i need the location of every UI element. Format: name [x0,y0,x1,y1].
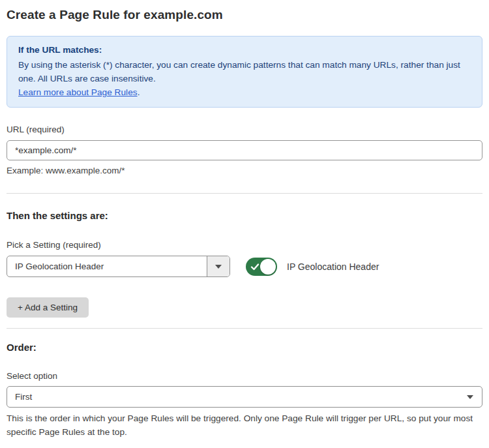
page-title: Create a Page Rule for example.com [7,8,482,22]
divider [7,328,482,329]
setting-select-value: IP Geolocation Header [7,256,207,276]
settings-section-heading: Then the settings are: [7,210,482,222]
chevron-down-icon [215,265,222,269]
info-box-body: By using the asterisk (*) character, you… [18,58,471,85]
setting-select[interactable]: IP Geolocation Header [7,256,230,277]
order-select-label: Select option [7,371,482,381]
info-box-heading: If the URL matches: [18,43,471,57]
pick-setting-label: Pick a Setting (required) [7,240,482,250]
order-helper-text: This is the order in which your Page Rul… [7,411,479,439]
url-example-helper: Example: www.example.com/* [7,165,482,176]
url-input[interactable] [7,140,482,160]
divider [7,193,482,194]
url-field-label: URL (required) [7,125,482,135]
ip-geolocation-toggle[interactable] [246,258,277,276]
order-select-value: First [7,387,482,407]
info-box-link-line: Learn more about Page Rules. [18,85,471,99]
learn-more-link[interactable]: Learn more about Page Rules [18,87,138,97]
toggle-label: IP Geolocation Header [287,261,379,272]
create-page-rule-form: Create a Page Rule for example.com If th… [0,0,489,448]
link-suffix: . [138,87,140,97]
check-icon [250,262,259,271]
toggle-knob [260,259,276,275]
setting-select-arrow-button[interactable] [207,256,230,276]
order-select[interactable]: First [7,386,482,408]
add-setting-button[interactable]: + Add a Setting [7,297,89,318]
chevron-down-icon [467,395,473,399]
order-section-heading: Order: [7,342,482,353]
url-match-info-box: If the URL matches: By using the asteris… [7,36,482,108]
setting-picker-row: IP Geolocation Header IP Geolocation Hea… [7,256,482,277]
